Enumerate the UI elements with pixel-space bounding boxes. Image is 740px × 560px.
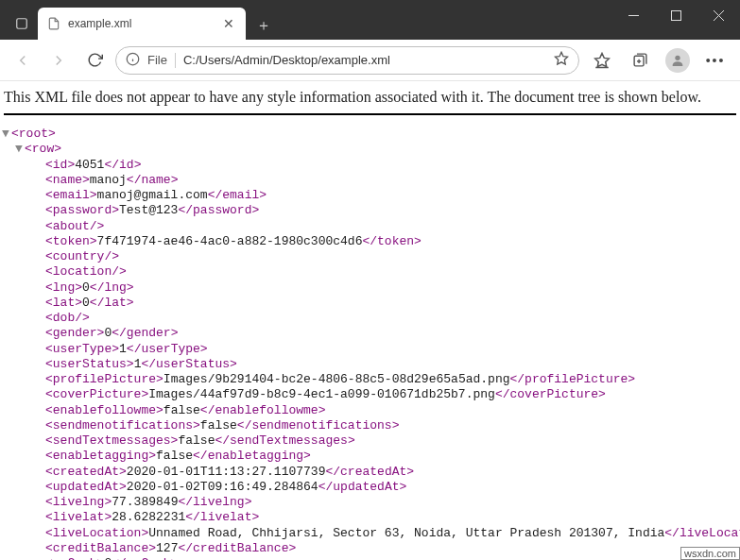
url-path: C:/Users/Admin/Desktop/example.xml	[183, 53, 546, 67]
collections-button[interactable]	[623, 45, 657, 76]
xml-element: <dob/>	[4, 311, 736, 326]
xml-tag: <sendmenotifications>	[45, 418, 200, 433]
xml-tag: <livelat>	[45, 510, 112, 524]
xml-tree: ▼<root> ▼<row> <id>4051</id><name>manoj<…	[4, 127, 736, 560]
xml-element: <profilePicture>Images/9b291404-bc2e-480…	[4, 372, 736, 387]
notice-divider	[4, 113, 736, 115]
xml-value: 77.389849	[112, 495, 178, 509]
xml-element: <lng>0</lng>	[4, 280, 736, 296]
browser-tab[interactable]: example.xml ✕	[38, 8, 246, 40]
xml-tag: <creditBalance>	[45, 541, 156, 555]
xml-tag: </name>	[127, 173, 179, 187]
xml-value: Test@123	[119, 203, 178, 217]
xml-tag: <coverPicture>	[45, 387, 148, 401]
xml-tag: </password>	[178, 203, 259, 217]
xml-tag: <token>	[45, 234, 97, 248]
address-bar[interactable]: File C:/Users/Admin/Desktop/example.xml	[115, 46, 579, 75]
xml-tag: <lat>	[45, 296, 82, 310]
xml-tag: </sendTextmessages>	[215, 433, 354, 448]
profile-button[interactable]	[661, 45, 695, 76]
xml-tag: <userType>	[45, 342, 119, 356]
page-content: This XML file does not appear to have an…	[0, 81, 740, 560]
xml-tag: </token>	[362, 234, 421, 248]
xml-tag: <row>	[25, 142, 61, 156]
xml-tag: <id>	[45, 158, 75, 172]
xml-tag: <location/>	[45, 264, 127, 279]
tab-close-button[interactable]: ✕	[221, 16, 236, 31]
expand-caret[interactable]: ▼	[2, 127, 11, 142]
xml-element: <gender>0</gender>	[4, 326, 736, 341]
xml-value: 0	[82, 280, 90, 295]
xml-tag: <liveLocation>	[45, 526, 148, 540]
expand-caret[interactable]: ▼	[15, 142, 25, 157]
minimize-button[interactable]	[612, 0, 655, 30]
xml-tag: <updatedAt>	[45, 480, 127, 494]
xml-tag: </userType>	[127, 342, 208, 356]
xml-element: <updatedAt>2020-01-02T09:16:49.284864</u…	[4, 480, 736, 495]
svg-point-14	[675, 55, 680, 59]
xml-tag: </enablefollowme>	[200, 403, 326, 417]
xml-value: manoj@gmail.com	[97, 188, 208, 202]
forward-button[interactable]	[43, 45, 74, 76]
address-separator	[175, 53, 176, 68]
xml-element: <coverPicture>Images/44af97d9-b8c9-4ec1-…	[4, 387, 736, 402]
svg-marker-9	[595, 53, 610, 66]
toolbar-right: •••	[585, 45, 732, 76]
svg-rect-2	[672, 10, 681, 20]
svg-rect-0	[17, 19, 27, 29]
xml-tag: </liveLocation>	[664, 526, 740, 540]
tab-actions-button[interactable]	[6, 8, 38, 40]
xml-value: 1	[119, 342, 127, 356]
xml-tag: <email>	[45, 188, 97, 202]
xml-element: <country/>	[4, 249, 736, 264]
maximize-button[interactable]	[655, 0, 697, 30]
xml-tag: </lat>	[90, 296, 134, 310]
xml-tag: </email>	[208, 188, 267, 202]
xml-element: <creditBalance>127</creditBalance>	[4, 541, 736, 556]
xml-element: <liveLocation>Unnamed Road, Chhijarsi, S…	[4, 526, 736, 541]
xml-element: <token>7f471974-ae46-4ac0-a882-1980c300c…	[4, 234, 736, 249]
xml-tag: <about/>	[45, 219, 104, 233]
new-tab-button[interactable]: ＋	[250, 11, 278, 40]
site-info-icon[interactable]	[126, 52, 140, 69]
xml-value: Unnamed Road, Chhijarsi, Sector 63, Noid…	[148, 526, 664, 540]
back-button[interactable]	[8, 45, 38, 76]
favorites-button[interactable]	[585, 45, 619, 76]
xml-tag: </creditBalance>	[178, 541, 296, 555]
file-icon	[47, 17, 60, 30]
xml-tag: </coverPicture>	[495, 387, 606, 401]
xml-element: <sendmenotifications>false</sendmenotifi…	[4, 418, 736, 433]
tab-strip: example.xml ✕ ＋	[0, 0, 278, 40]
tab-title: example.xml	[68, 17, 214, 30]
watermark: wsxdn.com	[680, 547, 740, 560]
xml-element: <createdAt>2020-01-01T11:13:27.1107739</…	[4, 465, 736, 480]
window-controls	[612, 0, 740, 40]
xml-value: Images/44af97d9-b8c9-4ec1-a099-010671db2…	[148, 387, 495, 401]
xml-tag: <name>	[45, 173, 90, 187]
xml-tag: </gender>	[112, 326, 178, 340]
xml-element: <location/>	[4, 264, 736, 280]
xml-element: <email>manoj@gmail.com</email>	[4, 188, 736, 203]
reload-button[interactable]	[79, 45, 110, 76]
close-window-button[interactable]	[697, 0, 740, 30]
xml-element: <userStatus>1</userStatus>	[4, 357, 736, 372]
xml-element: <livelat>28.6282231</livelat>	[4, 510, 736, 525]
xml-tag: <enabletagging>	[45, 449, 156, 463]
xml-element: <about/>	[4, 219, 736, 234]
xml-tag: </lng>	[90, 280, 134, 295]
xml-element: <id>4051</id>	[4, 158, 736, 173]
xml-tag: </updatedAt>	[318, 480, 407, 494]
xml-value: false	[163, 403, 200, 417]
xml-value: 4051	[75, 158, 104, 172]
xml-value: 7f471974-ae46-4ac0-a882-1980c300c4d6	[97, 234, 363, 248]
xml-value: false	[156, 449, 193, 463]
favorite-button[interactable]	[554, 51, 569, 69]
menu-button[interactable]: •••	[698, 45, 732, 76]
xml-value: manoj	[90, 173, 127, 187]
xml-tag: </myCash>	[112, 556, 178, 560]
xml-element: <enablefollowme>false</enablefollowme>	[4, 403, 736, 418]
xml-element: <password>Test@123</password>	[4, 203, 736, 218]
xml-element: <myCash>0</myCash>	[4, 556, 736, 560]
xml-tag: <myCash>	[45, 556, 104, 560]
xml-tag: </id>	[104, 158, 141, 172]
